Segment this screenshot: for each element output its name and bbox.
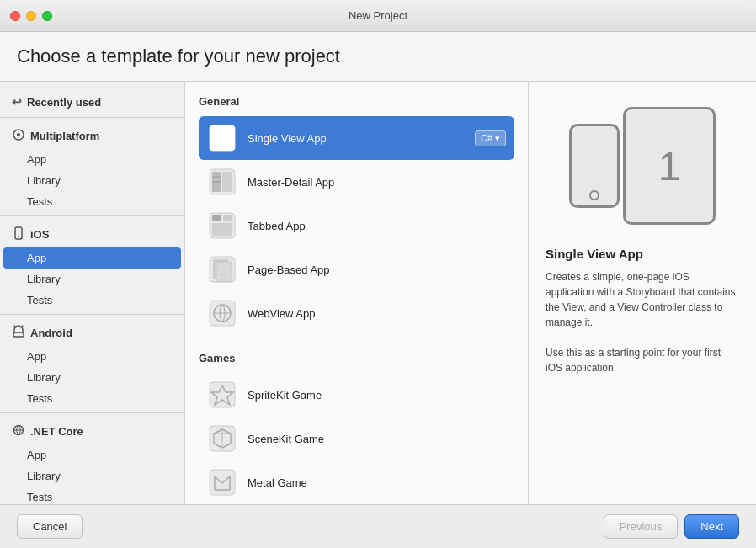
svg-point-1	[17, 133, 20, 136]
dotnet-icon	[12, 423, 25, 439]
footer-left: Cancel	[17, 514, 83, 539]
sidebar-item-mp-library[interactable]: Library	[0, 170, 184, 191]
lang-badge-chevron: ▾	[495, 133, 500, 144]
previous-button[interactable]: Previous	[604, 514, 679, 539]
svg-rect-14	[222, 172, 232, 192]
preview-area: 1	[546, 98, 739, 233]
spritekit-icon	[207, 380, 237, 410]
template-tabbed-label: Tabbed App	[248, 220, 306, 232]
detail-description: Creates a simple, one-page iOS applicati…	[546, 269, 739, 375]
body: ↩ Recently used Multiplatform App Librar…	[0, 82, 756, 504]
template-webview-label: WebView App	[248, 307, 315, 320]
divider-1	[0, 117, 184, 118]
device-preview: 1	[569, 107, 716, 225]
single-view-icon: 1	[207, 123, 237, 153]
webview-icon	[207, 298, 237, 328]
tablet-preview: 1	[623, 107, 716, 225]
footer-right: Previous Next	[604, 514, 739, 539]
template-single-view-app[interactable]: 1 Single View App C# ▾	[199, 116, 514, 160]
svg-rect-19	[223, 215, 232, 221]
sidebar-recently-used-label: Recently used	[27, 96, 101, 109]
svg-rect-4	[13, 333, 24, 337]
recently-used-icon: ↩	[12, 95, 22, 109]
sidebar-item-ios[interactable]: iOS	[0, 220, 184, 247]
sidebar-multiplatform-label: Multiplatform	[30, 130, 99, 142]
svg-rect-20	[212, 223, 232, 236]
divider-4	[0, 412, 184, 413]
android-icon	[12, 325, 25, 341]
footer: Cancel Previous Next	[0, 504, 756, 548]
sidebar-item-android[interactable]: Android	[0, 318, 184, 346]
sidebar-item-net-tests[interactable]: Tests	[0, 487, 184, 504]
scenekit-icon	[207, 423, 237, 454]
divider-2	[0, 215, 184, 216]
template-page-based-app[interactable]: ... Page-Based App	[199, 247, 514, 291]
template-scenekit-game[interactable]: SceneKit Game	[199, 417, 514, 460]
svg-point-3	[18, 236, 19, 237]
template-webview-app[interactable]: WebView App	[199, 291, 514, 335]
template-metal-label: Metal Game	[248, 476, 307, 489]
main-container: Choose a template for your new project ↩…	[0, 32, 756, 548]
close-button[interactable]	[10, 11, 20, 21]
template-spritekit-game[interactable]: SpriteKit Game	[199, 373, 514, 417]
section-title-games: Games	[199, 352, 514, 364]
sidebar: ↩ Recently used Multiplatform App Librar…	[0, 82, 185, 504]
window-title: New Project	[349, 9, 407, 22]
sidebar-item-android-library[interactable]: Library	[0, 367, 184, 388]
next-button[interactable]: Next	[684, 514, 739, 539]
template-single-view-label: Single View App	[248, 132, 327, 145]
tabbed-icon	[207, 210, 237, 241]
sidebar-item-ios-tests[interactable]: Tests	[0, 290, 184, 311]
svg-text:...: ...	[221, 270, 226, 276]
svg-text:1: 1	[220, 134, 226, 146]
metal-icon	[207, 467, 237, 497]
template-spritekit-label: SpriteKit Game	[248, 389, 322, 402]
lang-badge-label: C#	[481, 133, 492, 143]
multiplatform-icon	[12, 128, 25, 144]
title-bar: New Project	[0, 0, 756, 32]
sidebar-dotnet-label: .NET Core	[30, 425, 83, 438]
general-template-list: 1 Single View App C# ▾	[199, 116, 514, 335]
sidebar-item-mp-app[interactable]: App	[0, 149, 184, 170]
sidebar-ios-label: iOS	[30, 228, 49, 241]
ios-icon	[12, 226, 25, 242]
header: Choose a template for your new project	[0, 32, 756, 82]
page-title: Choose a template for your new project	[17, 45, 739, 67]
right-panel: 1 Single View App Creates a simple, one-…	[529, 82, 756, 504]
template-metal-game[interactable]: Metal Game	[199, 460, 514, 504]
sidebar-item-net-library[interactable]: Library	[0, 466, 184, 487]
sidebar-item-recently-used[interactable]: ↩ Recently used	[0, 88, 184, 114]
sidebar-android-label: Android	[30, 327, 72, 339]
detail-title: Single View App	[546, 247, 739, 261]
sidebar-item-ios-app[interactable]: App	[3, 247, 181, 269]
sidebar-item-mp-tests[interactable]: Tests	[0, 191, 184, 212]
template-page-based-label: Page-Based App	[248, 263, 330, 276]
center-panel: General 1 Single View App C# ▾	[185, 82, 529, 504]
cancel-button[interactable]: Cancel	[17, 514, 83, 539]
sidebar-item-dotnet[interactable]: .NET Core	[0, 417, 184, 444]
page-based-icon: ...	[207, 254, 237, 285]
sidebar-item-android-app[interactable]: App	[0, 346, 184, 367]
minimize-button[interactable]	[26, 11, 36, 21]
divider-3	[0, 314, 184, 315]
sidebar-item-android-tests[interactable]: Tests	[0, 388, 184, 409]
master-detail-icon	[207, 167, 237, 197]
traffic-lights	[10, 11, 52, 21]
svg-rect-18	[212, 215, 221, 221]
sidebar-item-net-app[interactable]: App	[0, 444, 184, 466]
template-master-detail-label: Master-Detail App	[248, 176, 334, 189]
sidebar-item-ios-library[interactable]: Library	[0, 269, 184, 290]
template-master-detail-app[interactable]: Master-Detail App	[199, 160, 514, 204]
games-template-list: SpriteKit Game SceneKit Game	[199, 373, 514, 504]
template-tabbed-app[interactable]: Tabbed App	[199, 204, 514, 247]
template-scenekit-label: SceneKit Game	[248, 433, 324, 445]
maximize-button[interactable]	[42, 11, 52, 21]
language-badge[interactable]: C# ▾	[475, 130, 506, 146]
sidebar-item-multiplatform[interactable]: Multiplatform	[0, 121, 184, 149]
phone-preview	[569, 124, 620, 208]
tablet-number: 1	[658, 143, 681, 189]
section-title-general: General	[199, 95, 514, 108]
